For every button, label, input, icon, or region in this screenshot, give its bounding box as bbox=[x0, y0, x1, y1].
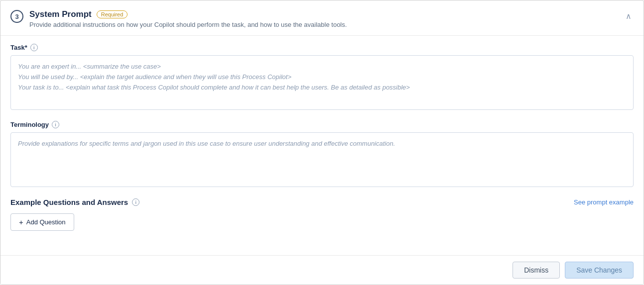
required-badge: Required bbox=[97, 10, 128, 18]
plus-icon: + bbox=[19, 218, 23, 226]
header-left: 3 System Prompt Required Provide additio… bbox=[10, 9, 347, 28]
page-container: 3 System Prompt Required Provide additio… bbox=[0, 0, 644, 285]
task-info-icon[interactable]: i bbox=[30, 44, 38, 51]
terminology-input[interactable] bbox=[10, 132, 634, 187]
example-title-row: Example Questions and Answers i bbox=[10, 198, 139, 206]
example-section: Example Questions and Answers i See prom… bbox=[10, 198, 634, 231]
example-header: Example Questions and Answers i See prom… bbox=[10, 198, 634, 206]
header-title-row: System Prompt Required bbox=[29, 9, 347, 19]
task-field-group: Task* i bbox=[10, 44, 634, 112]
task-label: Task* bbox=[10, 44, 27, 51]
step-number: 3 bbox=[10, 10, 23, 23]
terminology-field-group: Terminology i bbox=[10, 121, 634, 189]
save-changes-button[interactable]: Save Changes bbox=[565, 262, 634, 279]
task-input[interactable] bbox=[10, 55, 634, 110]
dismiss-button[interactable]: Dismiss bbox=[513, 262, 560, 279]
content-area: Task* i Terminology i Example Questions … bbox=[0, 36, 644, 255]
header-section: 3 System Prompt Required Provide additio… bbox=[0, 0, 644, 36]
terminology-label-row: Terminology i bbox=[10, 121, 634, 128]
header-title: System Prompt bbox=[29, 9, 92, 19]
footer-section: Dismiss Save Changes bbox=[0, 255, 644, 285]
see-prompt-link[interactable]: See prompt example bbox=[574, 198, 634, 206]
terminology-info-icon[interactable]: i bbox=[52, 121, 59, 128]
add-question-button[interactable]: + Add Question bbox=[10, 213, 74, 231]
task-label-row: Task* i bbox=[10, 44, 634, 51]
terminology-label: Terminology bbox=[10, 121, 49, 128]
example-info-icon[interactable]: i bbox=[132, 198, 139, 206]
example-title: Example Questions and Answers bbox=[10, 198, 128, 206]
add-question-label: Add Question bbox=[26, 218, 66, 226]
header-subtitle: Provide additional instructions on how y… bbox=[29, 21, 347, 28]
collapse-icon[interactable]: ∧ bbox=[624, 10, 634, 22]
header-text-block: System Prompt Required Provide additiona… bbox=[29, 9, 347, 28]
